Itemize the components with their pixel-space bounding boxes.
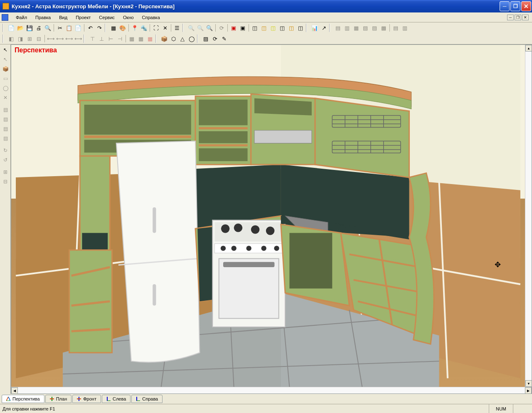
anchor4-button[interactable]: ⊣ — [115, 34, 124, 43]
shape-cylinder-button[interactable]: ⬡ — [169, 34, 178, 43]
toolbar-grip[interactable] — [2, 34, 5, 43]
undo-button[interactable]: ↶ — [86, 23, 95, 32]
tool12[interactable]: ↺ — [1, 155, 10, 165]
align2-button[interactable]: ▥ — [342, 23, 352, 32]
op6-button[interactable]: ⟷ — [55, 34, 64, 43]
op1-button[interactable]: ◧ — [7, 34, 16, 43]
panel-button[interactable]: ▦ — [109, 23, 118, 32]
close-button[interactable]: ✕ — [521, 1, 531, 11]
vertical-scrollbar[interactable]: ▲ ▼ — [525, 45, 532, 387]
tool13[interactable]: ⊞ — [1, 167, 10, 177]
toolbar-grip[interactable] — [84, 34, 86, 43]
align5-button[interactable]: ▨ — [370, 23, 379, 32]
box2-button[interactable]: ◫ — [259, 23, 268, 32]
list-button[interactable]: ☰ — [172, 23, 182, 32]
shape-sphere-button[interactable]: ◯ — [187, 34, 196, 43]
tool11[interactable]: ↻ — [1, 146, 10, 155]
tool8[interactable]: ▤ — [1, 115, 10, 124]
scroll-track[interactable] — [525, 52, 532, 380]
toolbar-grip[interactable] — [306, 24, 308, 32]
scroll-left-button[interactable]: ◀ — [11, 387, 18, 394]
op8-button[interactable]: ⟷ — [74, 34, 83, 43]
path-button[interactable]: ↗ — [319, 23, 328, 32]
tab-plan[interactable]: План — [45, 395, 72, 403]
preview-button[interactable]: 🔍 — [43, 23, 52, 32]
dist2-button[interactable]: ▥ — [400, 23, 409, 32]
menu-view[interactable]: Вид — [55, 14, 71, 21]
toolbar-grip[interactable] — [2, 24, 5, 32]
op4-button[interactable]: ⊟ — [34, 34, 43, 43]
anchor1-button[interactable]: ⊤ — [88, 34, 97, 43]
align3-button[interactable]: ▦ — [352, 23, 361, 32]
rotate-button[interactable]: ⟳ — [217, 23, 226, 32]
mdi-close-button[interactable]: ✕ — [522, 15, 529, 20]
scroll-down-button[interactable]: ▼ — [525, 380, 532, 387]
menu-project[interactable]: Проект — [71, 14, 95, 21]
zoom-out-button[interactable]: 🔍 — [196, 23, 205, 32]
shape-box-button[interactable]: 📦 — [160, 34, 169, 43]
mdi-minimize-button[interactable]: ─ — [507, 15, 514, 20]
menu-service[interactable]: Сервис — [95, 14, 119, 21]
select-tool[interactable]: ↖ — [1, 45, 10, 54]
add-box-tool[interactable]: 📦 — [1, 64, 10, 74]
refresh-button[interactable]: ⟳ — [210, 34, 219, 43]
op7-button[interactable]: ⟷ — [64, 34, 74, 43]
op3-button[interactable]: ⊞ — [25, 34, 34, 43]
tool10[interactable]: ▤ — [1, 134, 10, 143]
op2-button[interactable]: ◨ — [16, 34, 25, 43]
zoom-in-button[interactable]: 🔍 — [187, 23, 196, 32]
tool4[interactable]: ▭ — [1, 74, 10, 83]
copy-button[interactable]: 📋 — [64, 23, 74, 32]
scroll-up-button[interactable]: ▲ — [525, 45, 532, 52]
tool2[interactable]: ↖ — [1, 55, 10, 64]
open-button[interactable]: 📂 — [16, 23, 25, 32]
horizontal-scrollbar[interactable]: ◀ ▶ — [11, 387, 532, 393]
maximize-button[interactable]: ❐ — [510, 1, 520, 11]
box1-button[interactable]: ◫ — [250, 23, 259, 32]
align6-button[interactable]: ▩ — [379, 23, 388, 32]
scroll-track[interactable] — [18, 387, 525, 393]
align4-button[interactable]: ▧ — [361, 23, 370, 32]
cross-button[interactable]: ✕ — [160, 23, 170, 32]
color-button[interactable]: 🎨 — [118, 23, 127, 32]
view2-button[interactable]: ▣ — [238, 23, 247, 32]
tab-front[interactable]: Фронт — [72, 395, 101, 403]
redo-button[interactable]: ↷ — [95, 23, 104, 32]
tab-perspective[interactable]: Перспектива — [2, 395, 44, 403]
toolbar-grip[interactable] — [182, 24, 185, 32]
chart-button[interactable]: 📊 — [310, 23, 319, 32]
fastener-button[interactable]: 🔩 — [139, 23, 148, 32]
tab-right[interactable]: Справа — [131, 395, 163, 403]
anchor5-button[interactable]: ▦ — [127, 34, 136, 43]
tab-left[interactable]: Слева — [102, 395, 131, 403]
tool6[interactable]: ✕ — [1, 93, 10, 102]
view1-button[interactable]: ▣ — [229, 23, 238, 32]
toolbar-grip[interactable] — [105, 24, 107, 32]
new-button[interactable]: 📄 — [7, 23, 16, 32]
anchor6-button[interactable]: ▦ — [136, 34, 145, 43]
align1-button[interactable]: ▤ — [333, 23, 342, 32]
anchor2-button[interactable]: ⊥ — [97, 34, 106, 43]
menu-help[interactable]: Справка — [138, 14, 164, 21]
toolbar-grip[interactable] — [155, 34, 158, 43]
box5-button[interactable]: ◫ — [287, 23, 296, 32]
scroll-right-button[interactable]: ▶ — [525, 387, 532, 394]
cut-button[interactable]: ✂ — [55, 23, 64, 32]
group-button[interactable]: ⛶ — [151, 23, 160, 32]
mdi-icon[interactable] — [2, 14, 8, 21]
toolbar-grip[interactable] — [329, 24, 332, 32]
print-button[interactable]: 🖨 — [34, 23, 43, 32]
menu-file[interactable]: Файл — [12, 14, 31, 21]
toolbar-grip[interactable] — [197, 34, 200, 43]
tool5[interactable]: ◯ — [1, 84, 10, 93]
shape-cone-button[interactable]: △ — [178, 34, 187, 43]
annotate-button[interactable]: ✎ — [219, 34, 229, 43]
viewport-3d[interactable]: Перспектива ✥ — [11, 45, 525, 387]
box4-button[interactable]: ◫ — [278, 23, 287, 32]
zoom-fit-button[interactable]: 🔍 — [205, 23, 214, 32]
tool9[interactable]: ▤ — [1, 124, 10, 133]
op5-button[interactable]: ⟷ — [46, 34, 55, 43]
texture-button[interactable]: ▨ — [201, 34, 210, 43]
menu-window[interactable]: Окно — [119, 14, 138, 21]
anchor3-button[interactable]: ⊢ — [106, 34, 115, 43]
